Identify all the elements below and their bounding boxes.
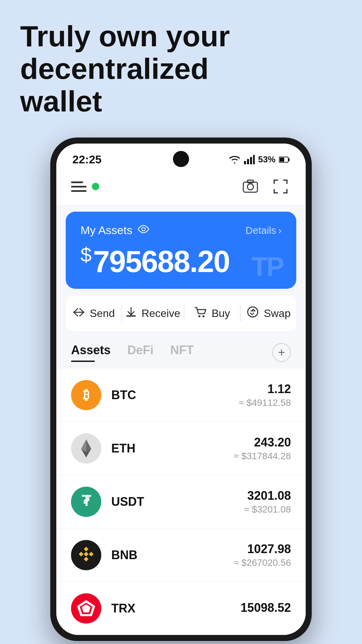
menu-bar — [71, 186, 86, 187]
signal-icon — [244, 155, 255, 164]
btc-amount: 1.12 — [239, 382, 291, 396]
asset-item[interactable]: BNB 1027.98 ≈ $267020.56 — [56, 529, 306, 582]
bnb-amount: 1027.98 — [234, 542, 291, 556]
trx-amount: 15098.52 — [241, 601, 291, 615]
camera-notch — [173, 151, 189, 167]
svg-point-10 — [142, 227, 145, 231]
send-icon — [72, 307, 85, 320]
eth-values: 243.20 ≈ $317844.28 — [234, 435, 291, 462]
bnb-logo — [71, 540, 101, 570]
svg-rect-1 — [247, 159, 249, 164]
add-asset-button[interactable]: + — [272, 343, 291, 362]
usdt-logo: ₮ — [71, 487, 101, 517]
eth-symbol: ETH — [111, 441, 224, 455]
eth-usd: ≈ $317844.28 — [234, 451, 291, 462]
svg-rect-9 — [247, 180, 253, 183]
tp-watermark: TP — [251, 251, 283, 282]
my-assets-label: My Assets — [80, 224, 150, 237]
status-icons: 53% — [229, 154, 290, 165]
btc-usd: ≈ $49112.58 — [239, 397, 291, 408]
bnb-values: 1027.98 ≈ $267020.56 — [234, 542, 291, 568]
camera-icon — [243, 179, 258, 194]
menu-button[interactable] — [71, 181, 86, 192]
trx-symbol: TRX — [111, 601, 231, 615]
menu-bar — [71, 190, 86, 192]
hero-section: Truly own your decentralized wallet — [13, 20, 288, 117]
asset-item[interactable]: ETH 243.20 ≈ $317844.28 — [56, 422, 306, 475]
tab-nft[interactable]: NFT — [170, 343, 194, 362]
scan-button[interactable] — [270, 176, 291, 197]
status-time: 22:25 — [72, 153, 102, 166]
connection-indicator — [92, 183, 99, 190]
send-button[interactable]: Send — [66, 300, 121, 327]
tabs-header: Assets DeFi NFT + — [71, 343, 291, 362]
hero-title: Truly own your decentralized wallet — [20, 20, 288, 117]
btc-symbol: BTC — [111, 388, 229, 402]
eth-amount: 243.20 — [234, 435, 291, 449]
swap-icon — [246, 306, 259, 320]
usdt-amount: 3201.08 — [244, 489, 291, 503]
svg-rect-6 — [280, 158, 284, 162]
wifi-icon — [229, 155, 241, 164]
camera-button[interactable] — [240, 176, 261, 197]
asset-list: ₿ BTC 1.12 ≈ $49112.58 — [56, 369, 306, 635]
details-link[interactable]: Details › — [245, 225, 282, 236]
status-bar: 22:25 53% — [56, 144, 306, 169]
menu-bar — [71, 181, 83, 183]
svg-point-14 — [248, 307, 258, 317]
card-header: My Assets Details › — [80, 224, 282, 237]
btc-values: 1.12 ≈ $49112.58 — [239, 382, 291, 408]
header-right — [240, 176, 291, 197]
svg-point-12 — [198, 315, 200, 317]
svg-rect-0 — [244, 161, 246, 164]
asset-item[interactable]: ₮ USDT 3201.08 ≈ $3201.08 — [56, 475, 306, 529]
asset-item[interactable]: ₿ BTC 1.12 ≈ $49112.58 — [56, 369, 306, 422]
bnb-usd: ≈ $267020.56 — [234, 557, 291, 568]
phone-mockup: 22:25 53% — [50, 138, 312, 641]
scan-icon — [273, 179, 288, 194]
balance-card: My Assets Details › $795688.20 — [66, 212, 296, 289]
btc-logo: ₿ — [71, 380, 101, 410]
asset-item[interactable]: TRX 15098.52 — [56, 582, 306, 635]
swap-button[interactable]: Swap — [241, 299, 296, 328]
trx-logo — [71, 593, 101, 624]
svg-point-13 — [202, 315, 204, 317]
tab-assets[interactable]: Assets — [71, 343, 111, 362]
action-bar: Send Receive — [66, 296, 296, 331]
usdt-symbol: USDT — [111, 495, 234, 509]
svg-rect-2 — [250, 157, 252, 164]
battery-icon — [279, 156, 290, 163]
tabs-section: Assets DeFi NFT + — [56, 331, 306, 362]
svg-point-8 — [247, 184, 253, 190]
phone-screen: 22:25 53% — [56, 144, 306, 635]
trx-values: 15098.52 — [241, 601, 291, 616]
app-header — [56, 169, 306, 205]
eth-logo — [71, 433, 101, 464]
svg-rect-11 — [126, 315, 136, 317]
tab-defi[interactable]: DeFi — [127, 343, 154, 362]
svg-text:₮: ₮ — [82, 493, 92, 509]
receive-icon — [125, 306, 137, 320]
svg-rect-5 — [288, 158, 290, 161]
buy-button[interactable]: Buy — [184, 299, 240, 328]
battery-text: 53% — [258, 154, 276, 165]
visibility-icon[interactable] — [137, 225, 150, 236]
buy-icon — [194, 306, 207, 320]
svg-rect-3 — [253, 155, 255, 164]
svg-text:₿: ₿ — [83, 388, 89, 402]
header-left — [71, 181, 99, 192]
receive-button[interactable]: Receive — [122, 299, 184, 328]
bnb-symbol: BNB — [111, 548, 224, 562]
usdt-values: 3201.08 ≈ $3201.08 — [244, 489, 291, 515]
usdt-usd: ≈ $3201.08 — [244, 504, 291, 515]
